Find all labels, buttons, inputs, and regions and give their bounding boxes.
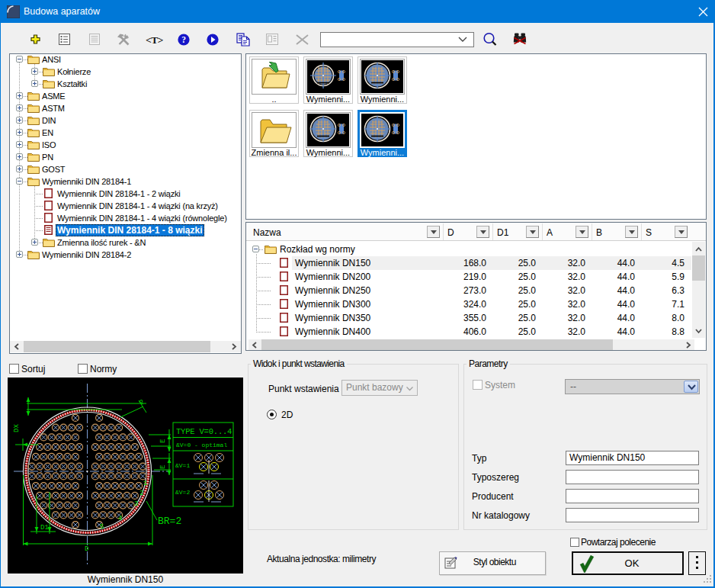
svg-text:&V=1: &V=1 (175, 462, 190, 469)
svg-text:E: E (159, 439, 167, 443)
svg-text:?: ? (181, 35, 186, 44)
svg-text:5: 5 (100, 523, 104, 531)
svg-text:&V=2: &V=2 (175, 489, 190, 496)
svg-text:TYPE V=0...4: TYPE V=0...4 (176, 427, 232, 436)
svg-text:1: 1 (143, 480, 147, 487)
svg-text:2: 2 (139, 490, 143, 497)
svg-text:4: 4 (118, 515, 122, 522)
svg-text:E: E (159, 465, 167, 469)
svg-text:3: 3 (134, 500, 138, 508)
svg-text:D: D (85, 545, 88, 553)
svg-text:&V=0 - optimal: &V=0 - optimal (176, 442, 227, 448)
svg-text:BR=2: BR=2 (158, 516, 181, 527)
svg-text:D1: D1 (40, 524, 49, 532)
svg-text:DX: DX (13, 424, 21, 432)
